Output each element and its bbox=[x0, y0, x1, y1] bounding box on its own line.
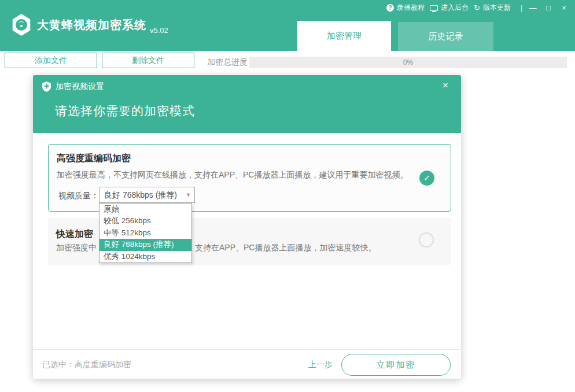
dialog-footer: 已选中：高度重编码加密 上一步 立即加密 bbox=[33, 349, 461, 379]
refresh-icon: ↻ bbox=[474, 4, 480, 12]
menu-update[interactable]: ↻ 版本更新 bbox=[474, 3, 511, 13]
close-button[interactable]: × bbox=[559, 3, 569, 12]
app-version: v5.02 bbox=[150, 26, 168, 36]
menu-backend-label: 进入后台 bbox=[441, 3, 469, 13]
quality-option-excellent[interactable]: 优秀 1024kbps bbox=[99, 251, 191, 262]
app-title: 大黄蜂视频加密系统 bbox=[37, 17, 146, 33]
video-quality-selected-value: 良好 768kbps (推荐) bbox=[104, 187, 177, 202]
video-quality-dropdown: 原始 较低 256kbps 中等 512kbps 良好 768kbps (推荐)… bbox=[99, 203, 192, 263]
video-quality-label: 视频质量： bbox=[58, 187, 99, 204]
back-step-link[interactable]: 上一步 bbox=[308, 350, 333, 379]
option-fast-title: 快速加密 bbox=[56, 228, 93, 241]
maximize-button[interactable]: □ bbox=[543, 3, 554, 12]
top-nav: ? 录播教程 进入后台 ↻ 版本更新 | — □ × bbox=[386, 3, 569, 13]
toolbar: 添加文件 删除文件 加密总进度 0% bbox=[0, 51, 575, 73]
dialog-title: 加密视频设置 bbox=[56, 82, 104, 92]
dialog-header: 加密视频设置 × 请选择你需要的加密模式 bbox=[33, 75, 461, 133]
monitor-icon bbox=[430, 5, 438, 11]
quality-option-low[interactable]: 较低 256kbps bbox=[99, 215, 191, 227]
progress-label: 加密总进度 bbox=[207, 51, 248, 73]
app-window: ? 录播教程 进入后台 ↻ 版本更新 | — □ × 大黄蜂视频加密系统 bbox=[0, 0, 575, 392]
window-controls-separator: | bbox=[521, 4, 522, 12]
app-header: ? 录播教程 进入后台 ↻ 版本更新 | — □ × 大黄蜂视频加密系统 bbox=[0, 0, 575, 51]
unselected-radio-icon[interactable] bbox=[419, 232, 434, 247]
total-progress-bar: 0% bbox=[249, 57, 567, 68]
menu-tutorial-label: 录播教程 bbox=[397, 3, 425, 13]
dialog-heading: 请选择你需要的加密模式 bbox=[55, 103, 195, 119]
option-strong-description: 加密强度最高，不支持网页在线播放，支持在APP、PC播放器上面播放，建议用于重要… bbox=[57, 170, 408, 180]
video-quality-select[interactable]: 良好 768kbps (推荐) ▼ bbox=[99, 187, 195, 203]
quality-option-good[interactable]: 良好 768kbps (推荐) bbox=[99, 239, 191, 250]
menu-backend[interactable]: 进入后台 bbox=[430, 3, 469, 13]
shield-plus-icon bbox=[42, 82, 51, 92]
tab-encrypt-manage[interactable]: 加密管理 bbox=[297, 21, 391, 51]
help-icon: ? bbox=[386, 4, 394, 12]
dialog-close-icon[interactable]: × bbox=[443, 80, 448, 91]
quality-option-medium[interactable]: 中等 512kbps bbox=[99, 227, 191, 239]
app-brand: 大黄蜂视频加密系统 v5.02 bbox=[12, 14, 168, 36]
encrypt-now-button[interactable]: 立即加密 bbox=[341, 354, 451, 376]
selected-mode-text: 已选中：高度重编码加密 bbox=[42, 350, 131, 379]
menu-update-label: 版本更新 bbox=[483, 3, 511, 13]
selected-check-icon[interactable]: ✓ bbox=[419, 171, 434, 186]
option-fast-description-right: 支持在APP、PC播放器上面播放，加密速度较快。 bbox=[195, 243, 376, 253]
option-fast-description-left: 加密强度中 bbox=[56, 243, 97, 253]
encrypt-settings-dialog: 加密视频设置 × 请选择你需要的加密模式 高强度重编码加密 加密强度最高，不支持… bbox=[33, 75, 461, 379]
add-file-button[interactable]: 添加文件 bbox=[5, 53, 97, 68]
option-strong-title: 高强度重编码加密 bbox=[57, 153, 131, 165]
tab-history[interactable]: 历史记录 bbox=[398, 22, 493, 51]
delete-file-button[interactable]: 删除文件 bbox=[102, 53, 194, 68]
app-logo-icon bbox=[12, 14, 31, 36]
quality-option-original[interactable]: 原始 bbox=[99, 204, 191, 215]
menu-tutorial[interactable]: ? 录播教程 bbox=[386, 3, 425, 13]
chevron-down-icon: ▼ bbox=[186, 187, 191, 202]
minimize-button[interactable]: — bbox=[528, 3, 538, 12]
